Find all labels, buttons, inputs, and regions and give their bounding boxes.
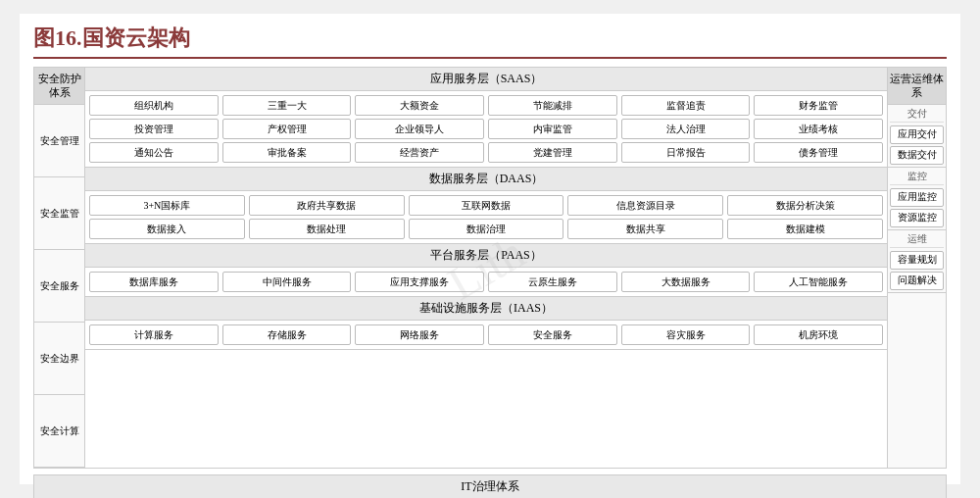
saas-cell-1-3: 内审监管	[488, 119, 617, 139]
iaas-cell-0-4: 容灾服务	[621, 324, 751, 345]
saas-cell-2-1: 审批备案	[222, 142, 352, 163]
iaas-cell-0-1: 存储服务	[222, 324, 352, 345]
ops-maintain-title: 运维	[890, 232, 944, 248]
saas-cell-2-5: 债务管理	[754, 142, 883, 163]
ops-maintain: 运维 容量规划 问题解决	[888, 230, 946, 293]
gov-header: IT治理体系	[34, 475, 946, 498]
ops-delivery-item-0: 应用交付	[890, 125, 944, 144]
paas-cell-0-0: 数据库服务	[89, 272, 219, 292]
daas-header: 数据服务层（DAAS）	[85, 168, 887, 191]
sec-item-0: 安全管理	[34, 105, 84, 177]
daas-row-1: 数据接入 数据处理 数据治理 数据共享 数据建模	[89, 219, 883, 239]
saas-cell-2-3: 党建管理	[488, 142, 617, 163]
saas-layer: 应用服务层（SAAS） 组织机构 三重一大 大额资金 节能减排 监督追责 财务监…	[85, 68, 887, 168]
iaas-cell-0-5: 机房环境	[754, 324, 883, 345]
daas-cell-0-3: 信息资源目录	[567, 195, 723, 216]
it-governance-section: IT治理体系 组织 管理 运维 运营	[33, 474, 947, 498]
saas-cell-1-5: 业绩考核	[754, 119, 883, 139]
saas-cell-2-4: 日常报告	[621, 142, 751, 163]
daas-cell-0-2: 互联网数据	[409, 195, 564, 216]
ops-monitor-item-1: 资源监控	[890, 209, 944, 227]
ops-maintain-item-0: 容量规划	[890, 251, 944, 270]
saas-cell-2-2: 经营资产	[355, 142, 484, 163]
saas-cell-1-4: 法人治理	[621, 119, 751, 139]
security-header: 安全防护体系	[34, 68, 84, 105]
daas-cell-1-1: 数据处理	[249, 219, 405, 239]
daas-layer: 数据服务层（DAAS） 3+N国标库 政府共享数据 互联网数据 信息资源目录 数…	[85, 168, 887, 244]
daas-cell-0-1: 政府共享数据	[249, 195, 405, 216]
ops-delivery: 交付 应用交付 数据交付	[888, 105, 946, 168]
saas-cell-0-3: 节能减排	[488, 95, 617, 116]
paas-cell-0-2: 应用支撑服务	[355, 272, 484, 292]
page-title: 图16.国资云架构	[33, 24, 947, 59]
iaas-header: 基础设施服务层（IAAS）	[85, 297, 887, 321]
paas-layer: 平台服务层（PAAS） 数据库服务 中间件服务 应用支撑服务 云原生服务 大数据…	[85, 244, 887, 297]
saas-cell-2-0: 通知公告	[89, 142, 219, 163]
saas-cell-0-2: 大额资金	[355, 95, 484, 116]
ops-header: 运营运维体系	[888, 68, 946, 105]
saas-header: 应用服务层（SAAS）	[85, 68, 887, 91]
saas-row-0: 组织机构 三重一大 大额资金 节能减排 监督追责 财务监管	[89, 95, 883, 116]
paas-cell-0-5: 人工智能服务	[754, 272, 883, 292]
daas-cell-1-3: 数据共享	[567, 219, 723, 239]
paas-cell-0-3: 云原生服务	[488, 272, 617, 292]
paas-header: 平台服务层（PAAS）	[85, 244, 887, 268]
saas-cell-1-2: 企业领导人	[355, 119, 484, 139]
saas-cell-1-0: 投资管理	[89, 119, 219, 139]
center-content: Lith 应用服务层（SAAS） 组织机构 三重一大 大额资金 节能减排 监督追…	[84, 67, 888, 469]
saas-row-2: 通知公告 审批备案 经营资产 党建管理 日常报告 债务管理	[89, 142, 883, 163]
ops-maintain-item-1: 问题解决	[890, 272, 944, 290]
right-ops-panel: 运营运维体系 交付 应用交付 数据交付 监控 应用监控 资源监控 运维 容量规划…	[888, 67, 947, 469]
iaas-cell-0-3: 安全服务	[488, 324, 617, 345]
saas-cell-1-1: 产权管理	[222, 119, 352, 139]
daas-cell-0-4: 数据分析决策	[727, 195, 883, 216]
paas-row-0: 数据库服务 中间件服务 应用支撑服务 云原生服务 大数据服务 人工智能服务	[89, 272, 883, 292]
paas-cell-0-4: 大数据服务	[621, 272, 751, 292]
ops-delivery-item-1: 数据交付	[890, 146, 944, 165]
saas-cell-0-1: 三重一大	[222, 95, 352, 116]
left-security-panel: 安全防护体系 安全管理 安全监管 安全服务 安全边界 安全计算	[33, 67, 84, 469]
paas-cell-0-1: 中间件服务	[222, 272, 352, 292]
daas-row-0: 3+N国标库 政府共享数据 互联网数据 信息资源目录 数据分析决策	[89, 195, 883, 216]
daas-cell-0-0: 3+N国标库	[89, 195, 245, 216]
sec-item-2: 安全服务	[34, 250, 84, 323]
ops-monitor-title: 监控	[890, 170, 944, 185]
saas-cell-0-4: 监督追责	[621, 95, 751, 116]
sec-item-1: 安全监管	[34, 177, 84, 250]
iaas-row-0: 计算服务 存储服务 网络服务 安全服务 容灾服务 机房环境	[89, 324, 883, 345]
saas-cell-0-0: 组织机构	[89, 95, 219, 116]
ops-delivery-title: 交付	[890, 107, 944, 123]
daas-cell-1-0: 数据接入	[89, 219, 245, 239]
daas-cell-1-4: 数据建模	[727, 219, 883, 239]
ops-monitor: 监控 应用监控 资源监控	[888, 168, 946, 230]
sec-item-3: 安全边界	[34, 323, 84, 395]
daas-cell-1-2: 数据治理	[409, 219, 564, 239]
iaas-layer: 基础设施服务层（IAAS） 计算服务 存储服务 网络服务 安全服务 容灾服务 机…	[85, 297, 887, 350]
iaas-cell-0-0: 计算服务	[89, 324, 219, 345]
saas-cell-0-5: 财务监管	[754, 95, 883, 116]
ops-monitor-item-0: 应用监控	[890, 188, 944, 207]
saas-row-1: 投资管理 产权管理 企业领导人 内审监管 法人治理 业绩考核	[89, 119, 883, 139]
sec-item-4: 安全计算	[34, 395, 84, 468]
iaas-cell-0-2: 网络服务	[355, 324, 484, 345]
